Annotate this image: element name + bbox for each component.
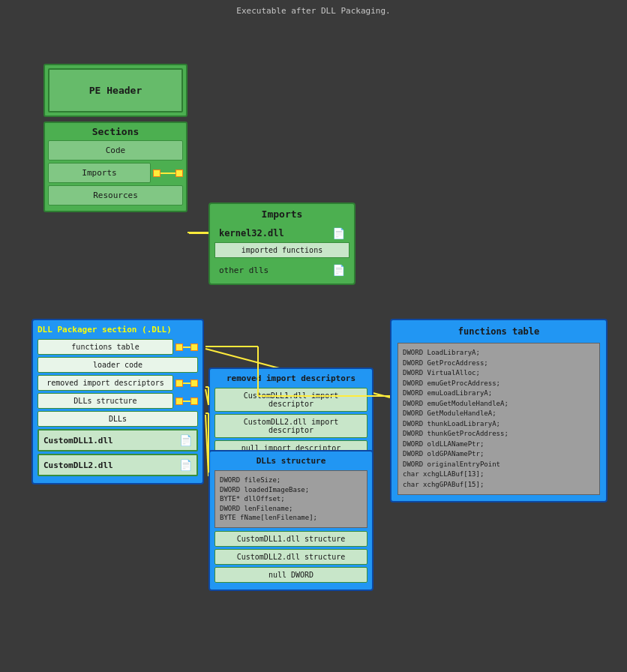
ft-entry-5: DWORD emuGetModuleHandleA; <box>403 399 595 410</box>
dll-struct-item-0: CustomDLL1.dll structure <box>214 531 368 547</box>
imports-box: Imports kernel32.dll 📄 imported function… <box>208 202 356 285</box>
connector-ft-right <box>190 344 198 351</box>
pe-header-box: PE Header <box>44 64 188 117</box>
ft-entry-3: DWORD emuGetProcAddress; <box>403 379 595 389</box>
ft-entry-1: DWORD GetProcAddress; <box>403 358 595 369</box>
section-resources: Resources <box>48 185 183 206</box>
dll-item-removed-imports: removed import descriptors <box>38 375 173 391</box>
connector-imports-right <box>176 170 183 177</box>
sections-label: Sections <box>48 126 183 137</box>
custom2-label: CustomDLL2.dll <box>44 460 113 470</box>
functions-table-box: functions table DWORD LoadLibraryA; DWOR… <box>390 319 608 502</box>
dlls-structure-box: DLLs structure DWORD fileSize; DWORD loa… <box>208 450 374 591</box>
dlls-structure-code: DWORD fileSize; DWORD loadedImageBase; B… <box>214 470 368 528</box>
ft-entry-6: DWORD GetModuleHandleA; <box>403 409 595 419</box>
dll-packager-section: DLL Packager section (.DLL) functions ta… <box>32 319 204 484</box>
ft-entry-4: DWORD emuLoadLibraryA; <box>403 388 595 399</box>
connector-ds-left <box>176 398 183 405</box>
kernel-label: kernel32.dll <box>219 228 284 238</box>
connector-ft-left <box>176 344 183 351</box>
section-imports: Imports <box>48 163 151 183</box>
other-dlls-label: other dlls <box>219 266 268 275</box>
dll-packager-title: DLL Packager section (.DLL) <box>38 325 198 334</box>
dll-item-loader: loader code <box>38 357 198 373</box>
sections-box: Sections Code Imports Resources <box>44 122 188 212</box>
file-icon-dll1: 📄 <box>179 434 192 446</box>
ft-entry-13: char xchgGPABuf[15]; <box>403 480 595 490</box>
connector-imports <box>153 170 160 177</box>
rid-item-0: CustomDLL1.dll import descriptor <box>214 388 368 412</box>
dll-item-functions-table: functions table <box>38 339 173 355</box>
ft-entry-7: DWORD thunkLoadLibraryA; <box>403 419 595 430</box>
ft-entry-9: DWORD oldLLANamePtr; <box>403 440 595 450</box>
ft-entry-12: char xchgLLABuf[13]; <box>403 470 595 480</box>
dll-struct-item-2: null DWORD <box>214 567 368 583</box>
section-code: Code <box>48 140 183 160</box>
connector-ds-right <box>190 398 198 405</box>
connector-ri-right <box>190 380 198 387</box>
ft-entry-0: DWORD LoadLibraryA; <box>403 348 595 358</box>
dll-item-dlls-structure: DLLs structure <box>38 393 173 409</box>
ft-entry-10: DWORD oldGPANamePtr; <box>403 449 595 460</box>
removed-imports-title: removed import descriptors <box>214 374 368 383</box>
pe-header-label: PE Header <box>48 68 183 112</box>
dlls-structure-title: DLLs structure <box>214 456 368 466</box>
dll-item-custom1: CustomDLL1.dll 📄 <box>38 429 198 452</box>
kernel-item: kernel32.dll 📄 <box>214 224 350 242</box>
dll-item-custom2: CustomDLL2.dll 📄 <box>38 454 198 476</box>
rid-item-1: CustomDLL2.dll import descriptor <box>214 414 368 438</box>
file-icon-other: 📄 <box>332 264 345 276</box>
imported-functions-box: imported functions <box>214 242 350 258</box>
dll-item-dlls: DLLs <box>38 411 198 427</box>
file-icon-kernel: 📄 <box>332 227 345 239</box>
ft-entry-8: DWORD thunkGetProcAddress; <box>403 429 595 440</box>
file-icon-dll2: 📄 <box>179 459 192 471</box>
dll-struct-item-1: CustomDLL2.dll structure <box>214 549 368 565</box>
pe-structure: PE Header Sections Code Imports Resource… <box>44 64 188 212</box>
other-dlls-item: other dlls 📄 <box>214 261 350 279</box>
custom1-label: CustomDLL1.dll <box>44 436 113 446</box>
page-title: Executable after DLL Packaging. <box>0 0 627 22</box>
imports-title: Imports <box>214 208 350 220</box>
ft-entry-2: DWORD VirtualAlloc; <box>403 368 595 379</box>
functions-table-title: functions table <box>398 326 600 337</box>
connector-ri-left <box>176 380 183 387</box>
ft-entry-11: DWORD originalEntryPoint <box>403 460 595 470</box>
functions-table-code: DWORD LoadLibraryA; DWORD GetProcAddress… <box>398 343 600 495</box>
